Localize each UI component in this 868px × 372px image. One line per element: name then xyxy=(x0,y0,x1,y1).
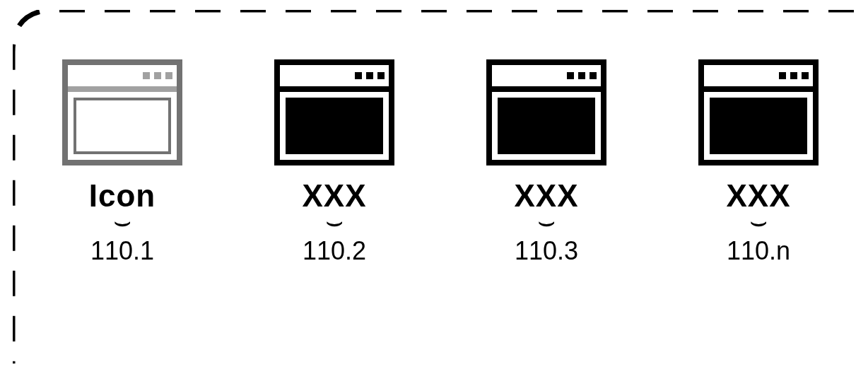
reference-hook-icon: ⌣ xyxy=(325,212,344,229)
window-body xyxy=(74,98,171,154)
window-button-icon xyxy=(590,72,597,79)
app-icon-3: XXX ⌣ 110.3 xyxy=(479,59,614,266)
window-titlebar xyxy=(280,65,389,92)
reference-number: 110.n xyxy=(727,236,790,266)
reference-number: 110.1 xyxy=(90,236,154,266)
app-icon-2: XXX ⌣ 110.2 xyxy=(267,59,401,266)
reference-hook-icon: ⌣ xyxy=(749,212,768,229)
window-icon xyxy=(486,59,606,165)
window-button-icon xyxy=(154,72,161,79)
app-icon-n: XXX ⌣ 110.n xyxy=(691,59,826,266)
window-button-icon xyxy=(165,72,172,79)
window-button-icon xyxy=(143,72,150,79)
window-button-icon xyxy=(578,72,585,79)
reference-hook-icon: ⌣ xyxy=(113,212,131,229)
reference-number: 110.2 xyxy=(303,236,366,266)
app-icon-1: Icon ⌣ 110.1 xyxy=(55,59,189,266)
window-button-icon xyxy=(377,72,385,79)
window-button-icon xyxy=(355,72,362,79)
window-body xyxy=(286,98,383,154)
window-icon xyxy=(698,59,819,165)
window-icon xyxy=(274,59,394,165)
diagram-frame: Icon ⌣ 110.1 XXX ⌣ 110.2 xyxy=(13,10,854,364)
reference-number: 110.3 xyxy=(515,236,578,266)
window-button-icon xyxy=(802,72,809,79)
window-body xyxy=(710,98,807,154)
window-button-icon xyxy=(779,72,786,79)
window-body xyxy=(498,98,595,154)
reference-hook-icon: ⌣ xyxy=(537,212,556,229)
icon-row: Icon ⌣ 110.1 XXX ⌣ 110.2 xyxy=(55,59,826,266)
window-button-icon xyxy=(366,72,373,79)
window-icon xyxy=(62,59,182,165)
window-titlebar xyxy=(68,65,177,92)
window-button-icon xyxy=(790,72,797,79)
window-titlebar xyxy=(704,65,813,92)
window-button-icon xyxy=(567,72,574,79)
window-titlebar xyxy=(492,65,601,92)
